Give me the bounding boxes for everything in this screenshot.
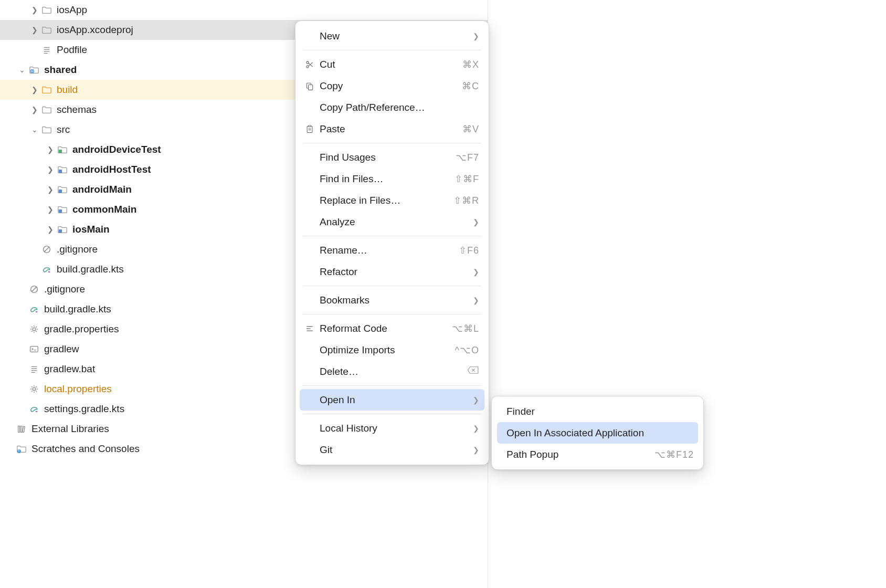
chevron-down-icon[interactable]: ⌄ <box>16 66 28 74</box>
menu-item-label: Bookmarks <box>320 295 469 306</box>
chevron-right-icon[interactable]: ❯ <box>28 6 41 14</box>
chevron-right-icon[interactable]: ❯ <box>28 106 41 114</box>
menu-item-new[interactable]: New❯ <box>296 25 489 47</box>
menu-item-label: Open In <box>320 394 469 406</box>
tree-item-label: build.gradle.kts <box>57 264 124 275</box>
chevron-right-icon[interactable]: ❯ <box>44 225 57 234</box>
submenu-item-label: Path Popup <box>507 449 655 460</box>
context-menu: New❯Cut⌘XCopy⌘CCopy Path/Reference…Paste… <box>295 20 489 465</box>
module-folder-blue-icon <box>57 164 68 175</box>
menu-item-find-usages[interactable]: Find Usages⌥F7 <box>296 146 489 168</box>
menu-separator <box>303 286 481 286</box>
menu-shortcut: ⌘C <box>462 80 479 92</box>
chevron-right-icon[interactable]: ❯ <box>44 145 57 154</box>
menu-shortcut: ⇧⌘R <box>453 195 479 206</box>
tree-item-iosapp[interactable]: ❯iosApp <box>0 0 488 20</box>
ignored-icon <box>41 244 52 255</box>
tree-item-label: local.properties <box>44 383 112 395</box>
menu-item-find-in-files[interactable]: Find in Files…⇧⌘F <box>296 168 489 190</box>
submenu-item-open-associated[interactable]: Open In Associated Application <box>497 422 698 444</box>
chevron-right-icon[interactable]: ❯ <box>44 185 57 194</box>
tree-item-label: schemas <box>57 104 97 116</box>
submenu-item-label: Finder <box>507 406 694 417</box>
open-in-submenu: FinderOpen In Associated ApplicationPath… <box>491 396 704 470</box>
menu-item-label: Analyze <box>320 216 469 228</box>
menu-shortcut: ⇧⌘F <box>455 173 479 185</box>
tree-item-label: iosApp <box>57 4 87 16</box>
tree-item-label: androidDeviceTest <box>72 144 161 155</box>
chevron-right-icon[interactable]: ❯ <box>28 26 41 34</box>
menu-item-copy-path[interactable]: Copy Path/Reference… <box>296 97 489 118</box>
menu-item-git[interactable]: Git❯ <box>296 439 489 460</box>
menu-separator <box>303 236 481 236</box>
tree-item-label: src <box>57 124 70 135</box>
tree-item-label: iosMain <box>72 224 110 235</box>
menu-item-paste[interactable]: Paste⌘V <box>296 118 489 140</box>
menu-shortcut: ⌘V <box>462 123 479 135</box>
folder-icon <box>41 124 52 135</box>
library-icon <box>16 423 27 435</box>
gradle-icon <box>28 303 40 315</box>
menu-shortcut: ^⌥O <box>455 344 479 356</box>
chevron-right-icon[interactable]: ❯ <box>28 86 41 94</box>
menu-shortcut: ⌘X <box>462 59 479 70</box>
chevron-right-icon: ❯ <box>473 396 479 404</box>
menu-item-optimize-imports[interactable]: Optimize Imports^⌥O <box>296 339 489 361</box>
menu-item-label: Optimize Imports <box>320 344 455 356</box>
menu-separator <box>303 143 481 143</box>
submenu-item-label: Open In Associated Application <box>507 427 693 439</box>
tree-item-label: shared <box>44 64 77 76</box>
tree-item-label: Podfile <box>57 44 87 56</box>
module-folder-blue-icon <box>57 224 68 235</box>
module-folder-icon <box>28 64 40 76</box>
tree-item-label: .gitignore <box>44 284 85 295</box>
tree-item-label: build.gradle.kts <box>44 303 111 315</box>
chevron-right-icon: ❯ <box>473 296 479 304</box>
menu-separator <box>303 314 481 314</box>
tree-item-label: External Libraries <box>31 423 109 435</box>
menu-item-label: Git <box>320 444 469 456</box>
menu-item-bookmarks[interactable]: Bookmarks❯ <box>296 289 489 311</box>
menu-item-local-history[interactable]: Local History❯ <box>296 417 489 439</box>
menu-item-label: Replace in Files… <box>320 195 453 206</box>
menu-shortcut: ⇧F6 <box>459 245 479 256</box>
gradle-icon <box>41 264 52 275</box>
submenu-item-path-popup[interactable]: Path Popup⌥⌘F12 <box>492 444 703 465</box>
module-folder-blue-icon <box>57 184 68 195</box>
tree-item-label: commonMain <box>72 204 136 215</box>
menu-item-label: Refactor <box>320 266 469 278</box>
folder-orange-icon <box>41 84 52 96</box>
menu-item-reformat-code[interactable]: Reformat Code⌥⌘L <box>296 318 489 339</box>
menu-item-rename[interactable]: Rename…⇧F6 <box>296 239 489 261</box>
tree-item-label: gradlew.bat <box>44 363 95 375</box>
menu-item-open-in[interactable]: Open In❯ <box>300 389 484 411</box>
module-folder-blue-icon <box>57 204 68 215</box>
chevron-right-icon: ❯ <box>473 446 479 454</box>
menu-item-cut[interactable]: Cut⌘X <box>296 54 489 75</box>
menu-item-label: Copy <box>320 80 462 92</box>
menu-item-replace-in-files[interactable]: Replace in Files…⇧⌘R <box>296 190 489 211</box>
menu-item-label: Find in Files… <box>320 173 455 185</box>
menu-item-refactor[interactable]: Refactor❯ <box>296 261 489 282</box>
tree-item-label: settings.gradle.kts <box>44 403 124 415</box>
chevron-down-icon[interactable]: ⌄ <box>28 125 41 134</box>
chevron-right-icon[interactable]: ❯ <box>44 205 57 214</box>
menu-item-delete[interactable]: Delete… <box>296 361 489 382</box>
menu-item-copy[interactable]: Copy⌘C <box>296 75 489 97</box>
menu-item-analyze[interactable]: Analyze❯ <box>296 211 489 233</box>
ignored-icon <box>28 284 40 295</box>
chevron-right-icon: ❯ <box>473 424 479 433</box>
menu-item-label: Paste <box>320 123 462 135</box>
chevron-right-icon: ❯ <box>473 268 479 276</box>
chevron-right-icon[interactable]: ❯ <box>44 165 57 174</box>
copy-icon <box>303 81 317 91</box>
tree-item-label: .gitignore <box>57 244 98 255</box>
scissors-icon <box>303 60 317 69</box>
tree-item-label: Scratches and Consoles <box>31 443 140 455</box>
submenu-item-finder[interactable]: Finder <box>492 401 703 422</box>
menu-item-label: Copy Path/Reference… <box>320 102 479 113</box>
gear-icon <box>28 383 40 395</box>
menu-item-label: Local History <box>320 423 469 434</box>
menu-item-label: Find Usages <box>320 152 456 163</box>
module-folder-green-icon <box>57 144 68 155</box>
